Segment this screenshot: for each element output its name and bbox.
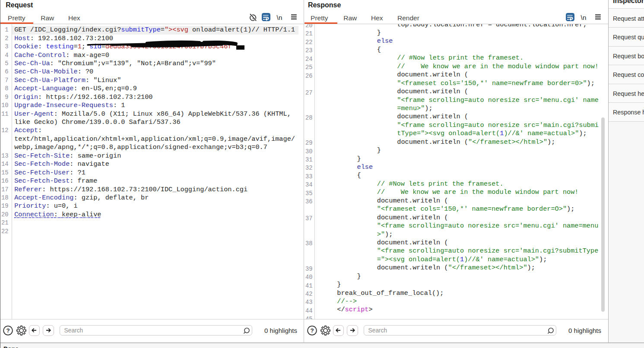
svg-text:?: ? (6, 327, 10, 334)
svg-text:?: ? (311, 327, 314, 334)
